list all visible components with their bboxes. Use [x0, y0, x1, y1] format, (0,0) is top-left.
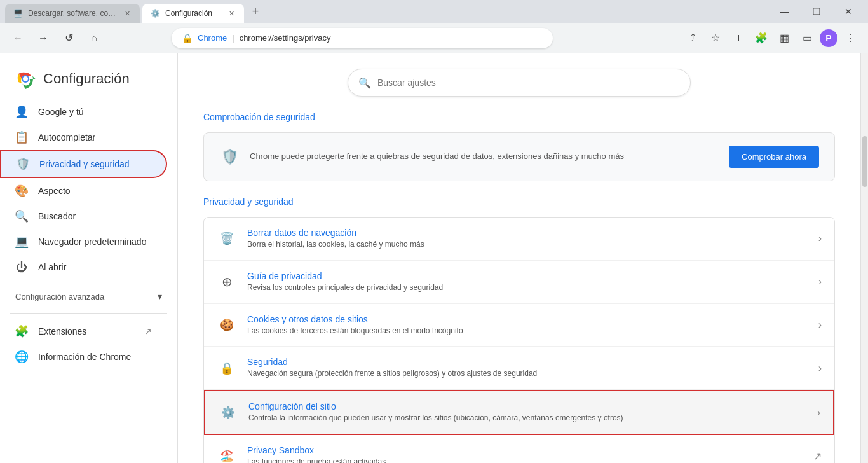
tab-title-1: Descargar, software, controlador... — [28, 9, 117, 18]
row-desc-clear-data: Borra el historial, las cookies, la cach… — [247, 239, 808, 250]
address-separator: | — [232, 33, 234, 43]
extensions-icon: 🧩 — [15, 325, 28, 338]
share-icon[interactable]: ⤴ — [682, 28, 703, 48]
new-tab-button[interactable]: + — [247, 3, 264, 20]
row-title-security: Seguridad — [247, 357, 808, 367]
sidebar-label-extensions: Extensiones — [38, 326, 86, 336]
external-icon-5: ↗ — [813, 450, 822, 462]
sidebar-item-search[interactable]: 🔍 Buscador — [0, 204, 167, 229]
tab-active[interactable]: ⚙️ Configuración ✕ — [142, 4, 244, 23]
row-desc-privacy-sandbox: Las funciones de prueba están activadas — [247, 457, 803, 463]
sidebar-item-autocomplete[interactable]: 📋 Autocompletar — [0, 125, 167, 150]
sidebar-advanced-section[interactable]: Configuración avanzada ▾ — [0, 285, 177, 308]
address-input[interactable]: 🔒 Chrome | chrome://settings/privacy — [172, 28, 553, 48]
reload-button[interactable]: ↺ — [58, 28, 79, 48]
site-settings-icon: ⚙️ — [218, 403, 238, 423]
autocomplete-icon: 📋 — [15, 131, 28, 144]
sidebar-item-about[interactable]: 🌐 Información de Chrome — [0, 344, 167, 370]
text-cursor-icon[interactable]: I — [728, 28, 749, 48]
settings-row-privacy-sandbox[interactable]: 🏖️ Privacy Sandbox Las funciones de prue… — [204, 435, 834, 463]
row-title-privacy-guide: Guía de privacidad — [247, 271, 808, 281]
privacy-section-title: Privacidad y seguridad — [203, 197, 835, 207]
sidebar-item-extensions[interactable]: 🧩 Extensiones ↗ — [0, 319, 167, 344]
check-now-button[interactable]: Comprobar ahora — [729, 146, 819, 168]
settings-row-site-settings[interactable]: ⚙️ Configuración del sitio Controla la i… — [204, 390, 834, 435]
sidebar-label-autocomplete: Autocompletar — [38, 132, 95, 142]
window-controls: — ❐ ✕ — [770, 0, 863, 23]
globe-icon: 🌐 — [15, 350, 28, 363]
row-arrow-2: › — [818, 319, 822, 331]
tab-favicon-1: 🖥️ — [13, 8, 23, 18]
advanced-label: Configuración avanzada — [15, 292, 104, 301]
profile-avatar[interactable]: P — [820, 29, 837, 47]
home-button[interactable]: ⌂ — [84, 28, 104, 48]
address-url: chrome://settings/privacy — [240, 33, 331, 43]
sidebar-label-default-browser: Navegador predeterminado — [38, 237, 146, 247]
row-title-cookies: Cookies y otros datos de sitios — [247, 314, 808, 324]
search-bar-icon: 🔍 — [358, 77, 371, 89]
settings-row-cookies[interactable]: 🍪 Cookies y otros datos de sitios Las co… — [204, 304, 834, 347]
row-content-site-settings: Configuración del sitio Controla la info… — [248, 401, 807, 424]
browser-icon: 💻 — [15, 235, 28, 248]
scrollbar[interactable] — [860, 53, 868, 463]
bookmark-icon[interactable]: ☆ — [705, 28, 726, 48]
row-title-clear-data: Borrar datos de navegación — [247, 228, 808, 238]
maximize-button[interactable]: ❐ — [802, 0, 831, 23]
external-link-icon: ↗ — [144, 326, 152, 336]
security-check-card: 🛡️ Chrome puede protegerte frente a quie… — [203, 132, 835, 181]
split-screen-icon[interactable]: ▭ — [797, 28, 817, 48]
settings-row-clear-data[interactable]: 🗑️ Borrar datos de navegación Borra el h… — [204, 218, 834, 261]
address-bar: ← → ↺ ⌂ 🔒 Chrome | chrome://settings/pri… — [0, 23, 868, 53]
row-title-privacy-sandbox: Privacy Sandbox — [247, 445, 803, 455]
sidebar-label-on-start: Al abrir — [38, 262, 66, 272]
search-bar[interactable]: 🔍 — [348, 69, 691, 97]
row-content-security: Seguridad Navegación segura (protección … — [247, 357, 808, 379]
search-input[interactable] — [377, 78, 680, 88]
palette-icon: 🎨 — [15, 184, 28, 197]
row-content-clear-data: Borrar datos de navegación Borra el hist… — [247, 228, 808, 250]
person-icon: 👤 — [15, 106, 28, 118]
settings-row-privacy-guide[interactable]: ⊕ Guía de privacidad Revisa los controle… — [204, 261, 834, 304]
row-desc-site-settings: Controla la información que pueden usar … — [248, 413, 807, 424]
privacy-guide-icon: ⊕ — [217, 272, 237, 292]
extensions-puzzle-icon[interactable]: 🧩 — [751, 28, 771, 48]
sidebar-item-default-browser[interactable]: 💻 Navegador predeterminado — [0, 229, 167, 254]
sidebar-label-search: Buscador — [38, 211, 76, 221]
title-bar: 🖥️ Descargar, software, controlador... ✕… — [0, 0, 868, 23]
tab-close-1[interactable]: ✕ — [122, 8, 132, 18]
settings-row-security[interactable]: 🔒 Seguridad Navegación segura (protecció… — [204, 347, 834, 390]
page-title-area: Configuración — [0, 64, 177, 99]
row-desc-security: Navegación segura (protección frente a s… — [247, 368, 808, 379]
row-arrow-4: › — [817, 407, 820, 418]
side-panel-icon[interactable]: ▦ — [774, 28, 794, 48]
security-card-icon: 🛡️ — [219, 147, 240, 167]
sidebar-item-google[interactable]: 👤 Google y tú — [0, 99, 167, 125]
row-content-privacy-sandbox: Privacy Sandbox Las funciones de prueba … — [247, 445, 803, 463]
menu-icon[interactable]: ⋮ — [840, 28, 860, 48]
main-content: Configuración 👤 Google y tú 📋 Autocomple… — [0, 53, 868, 463]
search-bar-container: 🔍 — [203, 69, 835, 97]
browser-frame: 🖥️ Descargar, software, controlador... ✕… — [0, 0, 868, 463]
power-icon: ⏻ — [15, 261, 28, 273]
sidebar-item-on-start[interactable]: ⏻ Al abrir — [0, 254, 167, 280]
sidebar-label-privacy: Privacidad y seguridad — [39, 159, 130, 169]
cookies-icon: 🍪 — [217, 315, 237, 335]
forward-button[interactable]: → — [33, 28, 53, 48]
sidebar-item-privacy[interactable]: 🛡️ Privacidad y seguridad — [0, 150, 167, 178]
chevron-down-icon: ▾ — [158, 291, 162, 301]
tab-inactive[interactable]: 🖥️ Descargar, software, controlador... ✕ — [5, 4, 140, 23]
sidebar-label-google: Google y tú — [38, 107, 84, 117]
address-brand: Chrome — [198, 33, 227, 43]
back-button[interactable]: ← — [8, 28, 28, 48]
close-button[interactable]: ✕ — [834, 0, 863, 23]
tab-close-2[interactable]: ✕ — [226, 8, 236, 18]
security-card-text: Chrome puede protegerte frente a quiebra… — [250, 151, 719, 162]
sidebar-label-appearance: Aspecto — [38, 186, 71, 196]
minimize-button[interactable]: — — [770, 0, 799, 23]
tab-favicon-2: ⚙️ — [150, 8, 160, 18]
trash-icon: 🗑️ — [217, 228, 237, 249]
toolbar-icons: ⤴ ☆ I 🧩 ▦ ▭ P ⋮ — [682, 28, 860, 48]
secure-icon: 🔒 — [182, 33, 193, 43]
sidebar-item-appearance[interactable]: 🎨 Aspecto — [0, 178, 167, 204]
content-area: 🔍 Comprobación de seguridad 🛡️ Chrome pu… — [178, 53, 860, 463]
